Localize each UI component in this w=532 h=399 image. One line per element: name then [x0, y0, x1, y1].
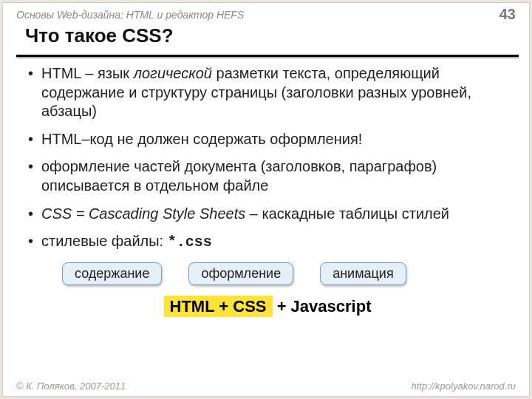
- list-item: стилевые файлы: *.css: [28, 232, 507, 252]
- pill-row: содержание оформление анимация: [28, 261, 507, 293]
- page-number: 43: [499, 6, 516, 23]
- list-item: HTML–код не должен содержать оформления!: [28, 130, 507, 149]
- pill-animation: анимация: [320, 262, 406, 285]
- list-item: HTML – язык логической разметки текста, …: [28, 64, 507, 121]
- pill-content: содержание: [62, 262, 162, 285]
- tech-summary: HTML + CSS + Javascript: [28, 293, 507, 316]
- slide-header: Основы Web-дизайна: HTML и редактор HEFS…: [3, 3, 529, 24]
- slide-content: HTML – язык логической разметки текста, …: [3, 63, 529, 316]
- footer-url: http://kpolyakov.narod.ru: [412, 381, 516, 392]
- slide-footer: © К. Поляков, 2007-2011 http://kpolyakov…: [3, 376, 529, 396]
- pill-styling: оформление: [188, 262, 293, 285]
- highlight-htmlcss: HTML + CSS: [164, 296, 273, 317]
- list-item: CSS = Cascading Style Sheets – каскадные…: [28, 205, 507, 224]
- bullet-list: HTML – язык логической разметки текста, …: [28, 64, 507, 252]
- list-item: оформление частей документа (заголовков,…: [28, 157, 507, 195]
- copyright: © К. Поляков, 2007-2011: [16, 381, 126, 392]
- slide-title: Что такое CSS?: [3, 24, 529, 55]
- title-divider: [16, 55, 519, 57]
- course-name: Основы Web-дизайна: HTML и редактор HEFS: [16, 9, 244, 21]
